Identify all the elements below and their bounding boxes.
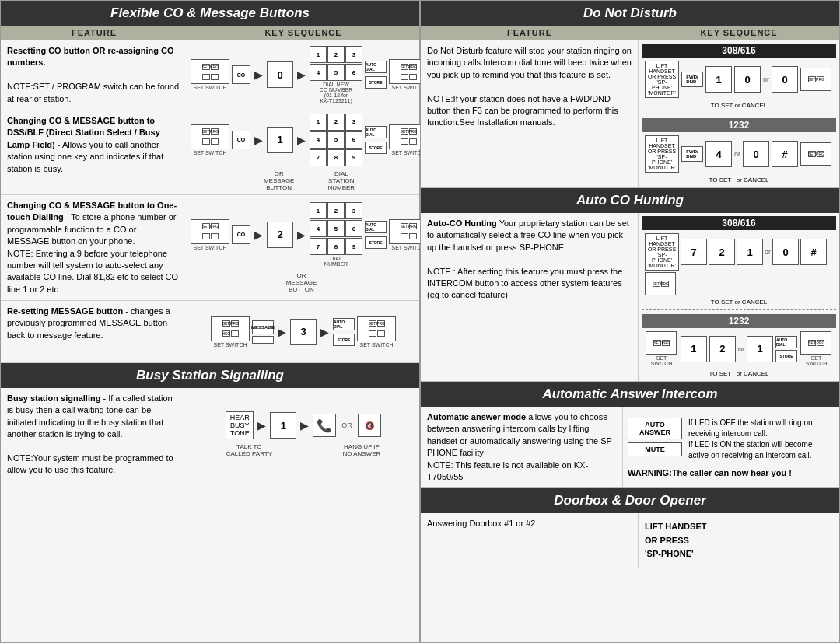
- key-col: SET PRG SET SWITCH: [191, 219, 229, 250]
- intercom-feature-text: Automatic answer mode allows you to choo…: [421, 407, 623, 487]
- key-col: 🔇: [358, 414, 381, 437]
- intercom-key-area: AUTO ANSWER MUTE If LED is OFF the stati…: [623, 407, 839, 487]
- intercom-led-text: If LED is OFF the station will ring on r…: [688, 418, 835, 461]
- key-col: 1: [267, 127, 293, 153]
- dnd-section: Do Not Disturb FEATURE KEY SEQUENCE Do N…: [421, 1, 839, 188]
- key-col: AUTO DIAL STORE: [365, 126, 387, 154]
- key-col: #: [800, 239, 827, 265]
- mute-btn: MUTE: [628, 442, 682, 456]
- key-row-2b: ORMESSAGEBUTTON DIALSTATIONNUMBER: [264, 169, 355, 191]
- key-seq-4: SET PRG MSG SET SWITCH MESSAGE: [187, 301, 419, 362]
- key-col: 0: [743, 141, 769, 167]
- key-col: 1: [737, 239, 763, 265]
- busy-key-area: HEARBUSYTONE ▶ 1 ▶ 📞 OR 🔇 TALK TOCALLED: [187, 388, 419, 481]
- keyseq-col-header: KEY SEQUENCE: [187, 26, 419, 40]
- doorbox-row: Answering Doorbox #1 or #2 LIFT HANDSETO…: [421, 513, 839, 568]
- key-col: 3: [290, 319, 317, 345]
- key-col: 1: [747, 336, 773, 362]
- auto-model-badge-2: 1232: [642, 314, 836, 328]
- key-col: 1 2 3 4 5 6 DIAL NEWCO NUMBER(01-12 forK…: [310, 46, 362, 103]
- key-col: 1 2 3 4 5 6 7 8 9: [310, 202, 362, 267]
- busy-feature-text: Busy station signalling - If a called st…: [1, 388, 187, 481]
- key-col: AUTO DIAL STORE: [365, 221, 387, 249]
- set-prog-box: SET PRG: [191, 124, 229, 149]
- auto-co-row: Auto-CO Hunting Your proprietary station…: [421, 213, 839, 381]
- intercom-title: Automatic Answer Intercom: [421, 382, 839, 407]
- doorbox-section: Doorbox & Door Opener Answering Doorbox …: [421, 488, 839, 568]
- auto-co-title: Auto CO Hunting: [421, 188, 839, 213]
- key-col: 7: [681, 239, 707, 265]
- auto-co-key-area: 308/616 LIFT HANDSETOR PRESS'SP-PHONE''M…: [639, 213, 839, 381]
- set-prog-box-1: SET PRG: [191, 59, 229, 84]
- feature-text-1: Resetting CO button OR re-assigning CO n…: [1, 40, 187, 110]
- key-col: 0: [772, 66, 798, 93]
- table-row: Changing CO & MESSAGE button to DSS/BLF …: [1, 110, 419, 195]
- dnd-308-keys: LIFT HANDSETOR PRESS'SP-PHONE''MONITOR' …: [642, 58, 836, 101]
- table-row: Re-setting MESSAGE button - changes a pr…: [1, 301, 419, 363]
- intercom-section: Automatic Answer Intercom Automatic answ…: [421, 382, 839, 488]
- dnd-model-308: 308/616 LIFT HANDSETOR PRESS'SP-PHONE''M…: [642, 44, 836, 110]
- key-col: AUTO DIAL STORE: [365, 61, 387, 89]
- feature-col-header: FEATURE: [1, 26, 187, 40]
- key-row-1a: SET PRG SET SWITCH CO ▶: [191, 46, 428, 103]
- key-col: FWD/DND: [681, 72, 703, 87]
- dnd-divider: [642, 114, 836, 114]
- auto-model-308: 308/616 LIFT HANDSETOR PRESS'SP-PHONE''M…: [642, 216, 836, 306]
- key-col: 1: [705, 66, 732, 93]
- key-col: HEARBUSYTONE: [226, 411, 254, 439]
- dnd-title: Do Not Disturb: [421, 1, 839, 26]
- busy-label-row: TALK TOCALLED PARTY HANG UP IFNO ANSWER: [192, 442, 415, 457]
- right-col-headers: FEATURE KEY SEQUENCE: [421, 26, 839, 40]
- key-col: SET PRG SET SWITCH: [191, 124, 229, 156]
- auto-co-section: Auto CO Hunting Auto-CO Hunting Your pro…: [421, 188, 839, 382]
- busy-section-title: Busy Station Signalling: [1, 363, 419, 388]
- busy-row: Busy station signalling - If a called st…: [1, 388, 419, 481]
- key-row-4a: SET PRG MSG SET SWITCH MESSAGE: [211, 316, 396, 348]
- key-col: CO: [232, 65, 250, 84]
- key-col: AUTO DIAL STORE: [333, 318, 355, 346]
- left-col-headers: FEATURE KEY SEQUENCE: [1, 26, 419, 40]
- key-col: 1: [270, 412, 296, 439]
- dnd-row: Do Not Disturb feature will stop your st…: [421, 40, 839, 187]
- key-col: SET PRG: [800, 68, 831, 91]
- dnd-model-1232: 1232 LIFT HANDSETOR PRESS'SP-PHONE''MONI…: [642, 118, 836, 184]
- table-row: Changing CO & MESSAGE button to One-touc…: [1, 195, 419, 301]
- auto-answer-buttons: AUTO ANSWER MUTE: [628, 418, 682, 456]
- auto-308-keys: LIFT HANDSETOR PRESS'SP-PHONE''MONITOR' …: [642, 230, 836, 299]
- key-col: 1 2 3 4 5 6 7 8 9: [310, 114, 362, 166]
- dnd-model-badge-1: 308/616: [642, 44, 836, 58]
- key-col: MESSAGE: [252, 320, 274, 344]
- doorbox-feature-text: Answering Doorbox #1 or #2: [421, 513, 639, 568]
- right-keyseq-col-header: KEY SEQUENCE: [639, 26, 839, 40]
- key-seq-2: SET PRG SET SWITCH CO ▶ 1: [187, 110, 431, 194]
- key-col: 0: [772, 239, 799, 265]
- key-col: 4: [705, 141, 732, 167]
- intercom-warning: WARNING:The caller can now hear you !: [628, 468, 792, 477]
- key-col: LIFT HANDSETOR PRESS'SP-PHONE''MONITOR': [645, 135, 679, 173]
- auto-answer-btn: AUTO ANSWER: [628, 418, 682, 439]
- dnd-key-area: 308/616 LIFT HANDSETOR PRESS'SP-PHONE''M…: [639, 40, 839, 187]
- auto-co-feature-text: Auto-CO Hunting Your proprietary station…: [421, 213, 639, 381]
- key-row-2a: SET PRG SET SWITCH CO ▶ 1: [191, 114, 428, 166]
- key-col: CO: [232, 131, 250, 149]
- key-col: 2: [267, 222, 293, 248]
- key-col: SET PRG SET SWITCH: [191, 59, 229, 90]
- key-row-3b: ORMESSAGEBUTTON: [286, 271, 333, 293]
- key-col: OR: [341, 421, 352, 429]
- key-col: 2: [709, 239, 735, 265]
- auto-model-badge-1: 308/616: [642, 216, 836, 230]
- intercom-row: Automatic answer mode allows you to choo…: [421, 407, 839, 487]
- key-col: CO: [232, 225, 250, 244]
- feature-text-2: Changing CO & MESSAGE button to DSS/BLF …: [1, 110, 187, 194]
- key-col: AUTO DIAL STORE: [775, 336, 797, 362]
- key-col: SET PRG MSG SET SWITCH: [211, 316, 250, 348]
- dnd-model-badge-2: 1232: [642, 118, 836, 132]
- right-panel: Do Not Disturb FEATURE KEY SEQUENCE Do N…: [420, 0, 840, 643]
- key-col: SET PRG SET SWITCH: [800, 331, 833, 366]
- auto-1232-keys: SET PRG SET SWITCH 1 2 or: [642, 328, 836, 369]
- key-seq-1: SET PRG SET SWITCH CO ▶: [187, 40, 431, 110]
- left-panel-title: Flexible CO & Message Buttons: [1, 1, 419, 26]
- key-col: 1: [681, 336, 707, 362]
- set-prog-box: SET PRG: [191, 219, 229, 244]
- doorbox-title: Doorbox & Door Opener: [421, 488, 839, 513]
